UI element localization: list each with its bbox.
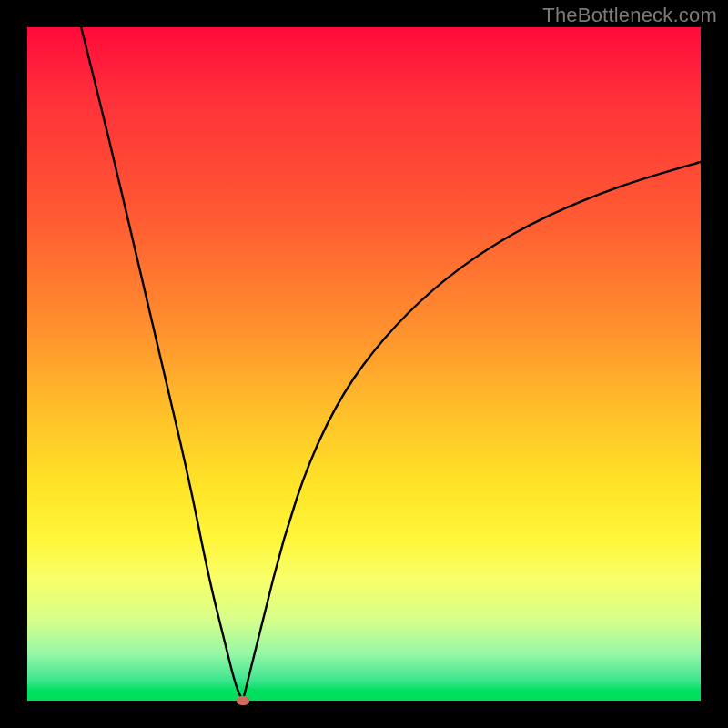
- bottleneck-curve: [27, 27, 701, 701]
- optimum-marker: [237, 696, 249, 705]
- left-branch-line: [81, 27, 243, 701]
- plot-area: [27, 27, 701, 701]
- right-branch-line: [243, 162, 701, 701]
- watermark-text: TheBottleneck.com: [542, 4, 717, 27]
- chart-frame: TheBottleneck.com: [0, 0, 728, 728]
